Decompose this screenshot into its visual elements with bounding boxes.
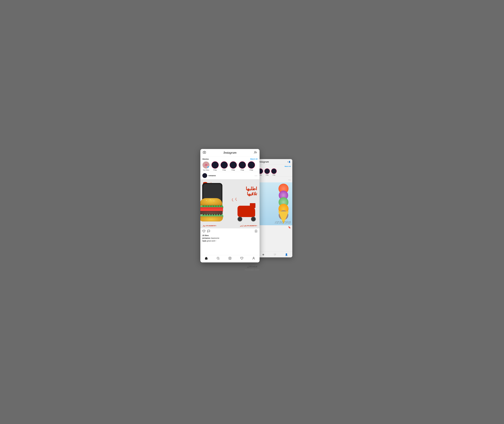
- shadow-bookmark-action[interactable]: 🔖: [288, 226, 291, 229]
- camera-icon[interactable]: [203, 151, 206, 155]
- shadow-post-more[interactable]: ...: [289, 178, 291, 181]
- ice-cream-cone: [276, 184, 291, 221]
- shadow-nav-heart[interactable]: 🤍: [273, 253, 276, 256]
- scooter-wheel-front: [251, 217, 256, 221]
- ad-phone-mobile: +970.592889797 جوال: [203, 225, 216, 227]
- shadow-nav-profile[interactable]: 👤: [285, 253, 288, 256]
- action-row: [202, 230, 258, 233]
- story-avatar-philip-5: [248, 161, 255, 169]
- comment-button[interactable]: [207, 230, 210, 233]
- watermark-latin-text: mostaql.com: [245, 268, 259, 271]
- your-story-label: Your Story: [203, 169, 209, 171]
- svg-point-11: [253, 257, 254, 258]
- shadow-logo: Instagram: [258, 160, 269, 163]
- ad-arabic-line2: تلاقيها: [246, 191, 257, 196]
- nav-home-button[interactable]: [205, 257, 208, 261]
- shadow-story-label-4: Philip: [266, 175, 269, 176]
- shadow-story-avatar-5: [271, 168, 277, 174]
- story-avatar-philip-4: [239, 161, 246, 169]
- ad-phone-landline: +970.082889797 هاتف أرضي: [240, 225, 257, 227]
- like-button[interactable]: [202, 230, 205, 233]
- ad-phone1: +970.082889797: [247, 225, 257, 226]
- sesame-seed-3: [214, 201, 214, 201]
- burger-visual: [200, 198, 226, 223]
- story-label-philip-3: Philip: [232, 169, 235, 171]
- bun-bottom: [200, 216, 223, 221]
- story-item-philip-5[interactable]: Philip: [248, 161, 255, 171]
- story-avatar-philip-1: [211, 161, 219, 169]
- watch-all-button[interactable]: Watch All: [250, 158, 258, 160]
- nav-add-button[interactable]: [228, 257, 232, 261]
- story-label-philip-1: Philip: [214, 169, 217, 171]
- shadow-story-4[interactable]: Philip: [264, 168, 270, 176]
- svg-point-0: [204, 152, 205, 153]
- story-item-philip-3[interactable]: Philip: [230, 161, 237, 171]
- story-item-philip-2[interactable]: Philip: [221, 161, 228, 171]
- add-story-badge: +: [207, 166, 210, 169]
- shadow-add-user-icon[interactable]: +👤: [287, 161, 290, 163]
- main-card: Instagram Stories Watch All J: [200, 149, 259, 262]
- story-avatar-philip-3: [230, 161, 237, 169]
- ad-arabic-headline: اطلبها تلاقيها: [246, 186, 257, 196]
- stories-row: JK + Your Story Philip Philip: [202, 161, 258, 171]
- post-image: يمامة اطلبها تلاقيها 《《: [200, 179, 259, 228]
- add-user-icon[interactable]: [254, 151, 257, 155]
- burger-phone-visual: [202, 183, 227, 221]
- shadow-story-5[interactable]: Philip: [271, 168, 277, 176]
- svg-point-1: [255, 151, 256, 152]
- nav-heart-button[interactable]: [240, 257, 243, 261]
- story-avatar-philip-2: [221, 161, 228, 169]
- stories-header: Stories Watch All: [202, 158, 258, 160]
- likes-count: 25 likes: [202, 234, 258, 237]
- bottom-nav: [200, 255, 259, 262]
- shadow-nav-add[interactable]: ⊕: [262, 253, 264, 256]
- scooter-body: [238, 206, 255, 217]
- post-username[interactable]: romanos: [209, 175, 255, 177]
- watermark-arabic-text: مستقل: [245, 264, 259, 268]
- burger-stack: [200, 198, 224, 223]
- caption-line1: jermanos #awesome: [202, 237, 258, 239]
- beef-patty: [200, 211, 223, 214]
- action-left-icons: [202, 230, 254, 233]
- shadow-story-avatar-4: [264, 168, 270, 174]
- caption-hashtag: #awesome: [211, 237, 219, 239]
- nav-search-button[interactable]: [217, 257, 220, 261]
- burger-ad-content: يمامة اطلبها تلاقيها 《《: [200, 179, 259, 228]
- sesame-seed: [206, 200, 207, 200]
- story-label-philip-5: Philip: [250, 169, 253, 171]
- caption-text: great work !: [207, 240, 216, 242]
- ad-phone2-label: جوال: [203, 225, 206, 226]
- ad-phone1-label: هاتف أرضي: [240, 225, 246, 226]
- ig-header: Instagram: [200, 149, 259, 156]
- ad-phone-numbers: +970.082889797 هاتف أرضي +970.592889797 …: [200, 225, 259, 227]
- story-item-philip-4[interactable]: Philip: [239, 161, 246, 171]
- caption-username[interactable]: jermanos: [202, 237, 210, 239]
- caption-line2: layla great work !: [202, 240, 258, 242]
- post-header: romanos ···: [200, 172, 259, 179]
- post-actions: 25 likes jermanos #awesome layla great w…: [200, 228, 259, 244]
- stories-title: Stories: [202, 158, 209, 160]
- ad-phone2: +970.592889797: [206, 225, 216, 226]
- story-label-philip-2: Philip: [222, 169, 226, 171]
- scooter-visual: [237, 202, 256, 221]
- post-avatar: [202, 173, 207, 178]
- your-story-avatar: JK +: [202, 161, 210, 169]
- caption-username2[interactable]: layla: [202, 240, 206, 242]
- story-item-philip-1[interactable]: Philip: [211, 161, 219, 171]
- ad-arabic-line1: اطلبها: [246, 186, 257, 191]
- stories-section: Stories Watch All JK + Your Story Philip: [200, 156, 259, 172]
- shadow-story-label-5: Philip: [272, 175, 275, 176]
- bun-top: [200, 198, 222, 206]
- scooter-wheel-back: [238, 217, 242, 221]
- sesame-seed-2: [210, 200, 210, 200]
- nav-profile-button[interactable]: [252, 257, 255, 261]
- your-story-initials: JK: [204, 164, 207, 166]
- story-label-philip-4: Philip: [241, 169, 244, 171]
- svg-line-7: [219, 259, 219, 259]
- bookmark-button[interactable]: [254, 230, 258, 233]
- shadow-watch-all[interactable]: Watch All: [285, 166, 291, 167]
- ig-logo: Instagram: [223, 151, 236, 155]
- watermark: مستقل mostaql.com: [245, 264, 259, 271]
- post-more-button[interactable]: ···: [255, 174, 258, 177]
- story-item-your-story[interactable]: JK + Your Story: [202, 161, 210, 171]
